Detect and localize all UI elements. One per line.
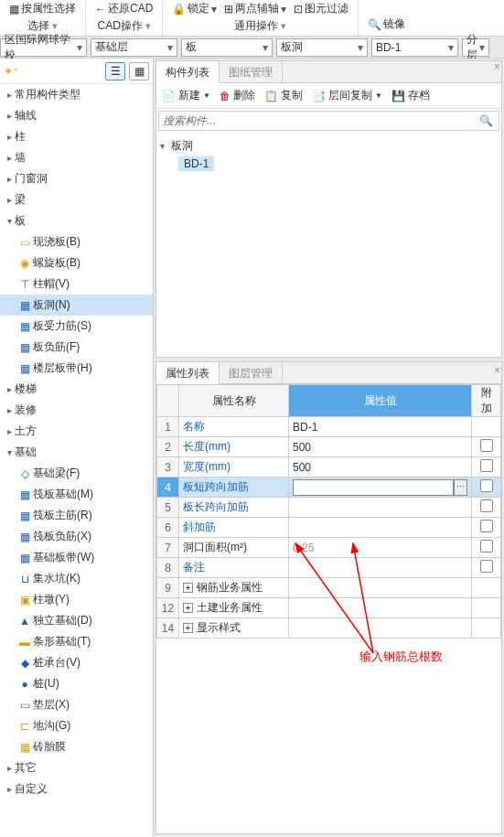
tree-node-child[interactable]: BD-1 <box>160 155 498 173</box>
tree-node[interactable]: ▸土方 <box>0 421 153 442</box>
tree-node-child[interactable]: ▬条形基础(T) <box>0 631 153 652</box>
tree-node[interactable]: ▸楼梯 <box>0 379 153 400</box>
property-row[interactable]: 4板短跨向加筋⋯ <box>157 478 501 498</box>
tree-node-child[interactable]: ▭现浇板(B) <box>0 231 153 252</box>
context-dropdown[interactable]: 板洞▾ <box>276 38 368 57</box>
tree-node[interactable]: ▸梁 <box>0 189 153 210</box>
search-box[interactable]: 🔍 <box>158 111 499 131</box>
property-row[interactable]: 2长度(mm)500 <box>157 437 501 457</box>
grid-view-btn[interactable]: ▦ <box>129 62 149 80</box>
ellipsis-button[interactable]: ⋯ <box>454 479 467 496</box>
property-panel: 属性列表 图层管理 属性名称 属性值 附加 1名称BD-12长度(mm)5003… <box>155 361 502 834</box>
lock-icon: 🔒 <box>172 3 186 16</box>
tree-node[interactable]: ▸自定义 <box>0 778 153 799</box>
tree-node-child[interactable]: ⊏地沟(G) <box>0 715 153 736</box>
tree-node[interactable]: ▸常用构件类型 <box>0 84 153 105</box>
context-bar: 区国际网球学校▾基础层▾板▾板洞▾BD-1▾分层▾ <box>0 37 504 59</box>
tab-property-list[interactable]: 属性列表 <box>156 362 220 384</box>
tree-node[interactable]: ▸墙 <box>0 147 153 168</box>
list-view-btn[interactable]: ☰ <box>105 62 125 80</box>
tree-node-child[interactable]: ▦板洞(N) <box>0 295 153 316</box>
ribbon-btn[interactable]: ▦按属性选择 <box>9 1 76 16</box>
tree-node-child[interactable]: ●桩(U) <box>0 673 153 694</box>
property-row[interactable]: 3宽度(mm)500 <box>157 457 501 478</box>
toolbar-button[interactable]: 📄新建 ▼ <box>162 88 210 103</box>
tree-node[interactable]: ▸装修 <box>0 400 153 421</box>
col-value: 属性值 <box>289 385 472 417</box>
tree-node[interactable]: ▸其它 <box>0 757 153 778</box>
property-row[interactable]: 14+显示样式 <box>157 618 501 638</box>
ribbon-btn[interactable]: 🔍镜像 <box>368 16 405 32</box>
tree-node-child[interactable]: ▦筏板主筋(R) <box>0 505 153 526</box>
filter-icon: ⊡ <box>294 3 303 16</box>
context-dropdown[interactable]: 区国际网球学校▾ <box>0 38 87 57</box>
toolbar-button[interactable]: 🗑删除 <box>220 88 255 103</box>
context-dropdown[interactable]: 分层▾ <box>462 38 489 57</box>
component-list-panel: 构件列表 图纸管理 📄新建 ▼🗑删除📋复制📑层间复制 ▼💾存档 🔍 ▾板洞 BD… <box>155 60 502 358</box>
checkbox[interactable] <box>480 560 493 573</box>
tree-node-child[interactable]: ▣柱墩(Y) <box>0 589 153 610</box>
property-row[interactable]: 7洞口面积(m²)0.25 <box>157 538 501 558</box>
col-name: 属性名称 <box>179 385 289 417</box>
property-row[interactable]: 6斜加筋 <box>157 518 501 538</box>
tree-node-child[interactable]: ◇基础梁(F) <box>0 463 153 484</box>
property-input[interactable] <box>293 479 454 496</box>
tree-node-child[interactable]: ▭垫层(X) <box>0 694 153 715</box>
tab-drawing-mgmt[interactable]: 图纸管理 <box>220 61 283 82</box>
search-input[interactable] <box>159 114 474 127</box>
checkbox[interactable] <box>480 540 493 553</box>
tree-node-child[interactable]: ⊤柱帽(V) <box>0 274 153 295</box>
close-icon[interactable]: × <box>494 364 500 377</box>
property-table: 属性名称 属性值 附加 1名称BD-12长度(mm)5003宽度(mm)5004… <box>156 384 501 638</box>
tree-node[interactable]: ▾板 <box>0 210 153 231</box>
close-icon[interactable]: × <box>494 60 500 73</box>
search-icon[interactable]: 🔍 <box>474 114 499 127</box>
toolbar-button[interactable]: 📋复制 <box>264 88 303 103</box>
ribbon-btn[interactable]: 🔒锁定 ▾ <box>172 1 217 16</box>
tree-node-child[interactable]: ▦筏板负筋(X) <box>0 526 153 547</box>
tree-node-child[interactable]: ▦砖胎膜 <box>0 736 153 757</box>
tab-component-list[interactable]: 构件列表 <box>156 61 220 83</box>
tree-node-child[interactable]: ◆桩承台(V) <box>0 652 153 673</box>
context-dropdown[interactable]: 板▾ <box>181 38 273 57</box>
tab-layer-mgmt[interactable]: 图层管理 <box>220 362 283 383</box>
tree-node-child[interactable]: ▦板负筋(F) <box>0 337 153 358</box>
tree-node-child[interactable]: ▦楼层板带(H) <box>0 358 153 379</box>
checkbox[interactable] <box>480 459 493 472</box>
component-instance-tree: ▾板洞 BD-1 <box>156 133 501 177</box>
tree-node[interactable]: ▸门窗洞 <box>0 168 153 189</box>
tree-node-child[interactable]: ⊔集水坑(K) <box>0 568 153 589</box>
property-row[interactable]: 5板长跨向加筋 <box>157 498 501 518</box>
component-toolbar: 📄新建 ▼🗑删除📋复制📑层间复制 ▼💾存档 <box>156 83 501 109</box>
checkbox[interactable] <box>480 520 493 532</box>
context-dropdown[interactable]: BD-1▾ <box>371 38 458 57</box>
component-tree: ▸常用构件类型▸轴线▸柱▸墙▸门窗洞▸梁▾板▭现浇板(B)◉螺旋板(B)⊤柱帽(… <box>0 84 153 836</box>
tree-node[interactable]: ▾基础 <box>0 442 153 463</box>
property-row[interactable]: 8备注 <box>157 558 501 578</box>
checkbox[interactable] <box>480 479 493 492</box>
toolbar-button[interactable]: 💾存档 <box>391 88 430 103</box>
toolbar-button[interactable]: 📑层间复制 ▼ <box>312 88 382 103</box>
checkbox[interactable] <box>480 499 493 512</box>
tree-node-child[interactable]: ◉螺旋板(B) <box>0 252 153 274</box>
property-row[interactable]: 9+钢筋业务属性 <box>157 578 501 598</box>
grid-icon: ⊞ <box>224 3 233 16</box>
add-icon[interactable]: ✦⁺ <box>4 65 18 78</box>
tree-node[interactable]: ▾板洞 <box>160 136 498 155</box>
tree-node-child[interactable]: ▦板受力筋(S) <box>0 316 153 337</box>
property-row[interactable]: 1名称BD-1 <box>157 417 501 437</box>
tree-node[interactable]: ▸轴线 <box>0 105 153 126</box>
mirror-icon: 🔍 <box>368 18 381 31</box>
property-row[interactable]: 12+土建业务属性 <box>157 598 501 618</box>
tree-node-child[interactable]: ▲独立基础(D) <box>0 610 153 631</box>
context-dropdown[interactable]: 基础层▾ <box>91 38 177 57</box>
left-sidebar: ✦⁺ ☰ ▦ ▸常用构件类型▸轴线▸柱▸墙▸门窗洞▸梁▾板▭现浇板(B)◉螺旋板… <box>0 59 154 836</box>
ribbon-btn[interactable]: ⊡图元过滤 <box>294 1 349 16</box>
select-icon: ▦ <box>9 3 19 16</box>
ribbon-btn[interactable]: ⊞两点辅轴 ▾ <box>224 1 286 16</box>
tree-node-child[interactable]: ▦基础板带(W) <box>0 547 153 568</box>
ribbon-btn[interactable]: ←还原CAD <box>95 1 153 16</box>
tree-node-child[interactable]: ▦筏板基础(M) <box>0 484 153 505</box>
checkbox[interactable] <box>480 439 493 452</box>
tree-node[interactable]: ▸柱 <box>0 126 153 147</box>
